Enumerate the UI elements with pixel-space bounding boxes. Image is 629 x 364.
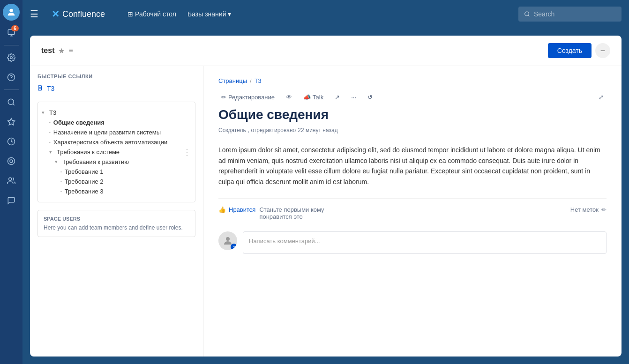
dashboard-grid-icon: ⊞ [127, 10, 133, 18]
search-input[interactable] [534, 10, 616, 18]
breadcrumb-current[interactable]: Т3 [255, 77, 262, 84]
tags-label: Нет меток [570, 206, 599, 213]
like-label: Нравится [229, 206, 255, 213]
comment-input[interactable]: Написать комментарий... [243, 231, 607, 254]
svg-point-8 [8, 158, 15, 165]
create-button[interactable]: Создать [548, 43, 592, 58]
tree-item-6[interactable]: • Требование 2 [42, 177, 191, 186]
knowledge-label: Базы знаний [187, 10, 226, 18]
tree-item-3[interactable]: ▾ Требования к системе [42, 147, 191, 157]
svg-point-0 [9, 9, 13, 12]
tree-item-0[interactable]: • Общие сведения [42, 118, 191, 127]
sidebar: БЫСТРЫЕ ССЫЛКИ Т3 ▾ Т3 • Об [30, 66, 203, 357]
meta-creator: Создатель [218, 127, 246, 134]
svg-point-4 [8, 99, 14, 104]
star-icon[interactable]: ★ [58, 46, 65, 55]
card-header-icons: ★ ≡ [58, 46, 73, 55]
blog-icon[interactable] [2, 191, 21, 210]
search-icon [524, 11, 530, 17]
quick-link-t3[interactable]: Т3 [37, 83, 195, 94]
topbar: ☰ ✕ Confluence ⊞ Рабочий стол Базы знани… [22, 0, 629, 28]
watch-button[interactable]: 👁 [283, 92, 295, 103]
spaces-icon[interactable] [2, 152, 21, 171]
content-wrapper: test ★ ≡ Создать − БЫСТРЫЕ ССЫЛКИ [22, 28, 629, 364]
tree-item-2[interactable]: • Характеристика объекта автоматизации [42, 137, 191, 147]
talk-button[interactable]: 📣 Talk [300, 92, 326, 103]
white-card: test ★ ≡ Создать − БЫСТРЫЕ ССЫЛКИ [30, 36, 622, 357]
edit-icon: ✏ [221, 94, 226, 101]
space-users-title: SPACE USERS [44, 216, 189, 222]
logo: ✕ Confluence [52, 8, 105, 20]
user-avatar[interactable] [3, 4, 20, 21]
tree-root-label: Т3 [49, 109, 56, 116]
expand-button[interactable]: ⤢ [596, 92, 607, 103]
tree-dot-6: • [60, 179, 62, 184]
edit-button[interactable]: ✏ Редактирование [218, 92, 277, 103]
collapse-button[interactable]: − [595, 43, 610, 58]
svg-point-16 [226, 237, 230, 241]
nav-dashboard[interactable]: ⊞ Рабочий стол [124, 7, 180, 21]
like-icon: 👍 [218, 206, 226, 213]
svg-point-2 [10, 57, 13, 59]
comment-section: + Написать комментарий... [218, 231, 607, 254]
quick-links-section: БЫСТРЫЕ ССЫЛКИ Т3 [37, 74, 195, 94]
tree-dot-2: • [49, 140, 51, 144]
settings-icon[interactable] [2, 48, 21, 67]
talk-icon: 📣 [303, 94, 311, 101]
page-title: Общие сведения [218, 106, 607, 123]
svg-rect-13 [38, 86, 42, 90]
tree-label-0: Общие сведения [53, 119, 105, 126]
like-button[interactable]: 👍 Нравится [218, 206, 255, 213]
quick-links-title: БЫСТРЫЕ ССЫЛКИ [37, 74, 195, 79]
tree-dot-1: • [49, 130, 51, 134]
history-button[interactable]: ↺ [365, 92, 375, 103]
search-bar[interactable] [518, 7, 622, 22]
meta-time: 22 минут назад [298, 127, 337, 134]
tree-dots-menu[interactable]: ⋮ [183, 147, 191, 157]
share-button[interactable]: ↗ [332, 92, 343, 103]
tree-dot-0: • [49, 120, 51, 125]
tree-dot-5: • [60, 170, 62, 174]
more-button[interactable]: ··· [348, 92, 359, 103]
svg-marker-6 [8, 119, 15, 125]
tree-root[interactable]: ▾ Т3 [42, 108, 191, 118]
starred-icon[interactable] [2, 112, 21, 131]
tree-item-7[interactable]: • Требование 3 [42, 186, 191, 196]
like-text: Станьте первыми кому понравится это [259, 206, 353, 220]
share-icon: ↗ [335, 94, 340, 101]
people-icon[interactable] [2, 171, 21, 190]
card-body: БЫСТРЫЕ ССЫЛКИ Т3 ▾ Т3 • Об [30, 66, 622, 357]
quick-link-label: Т3 [47, 85, 54, 92]
tree-label-3: Требования к системе [57, 149, 120, 156]
list-icon[interactable]: ≡ [68, 46, 73, 55]
meta-edited: , отредактировано [248, 127, 296, 134]
hamburger-icon[interactable]: ☰ [30, 8, 38, 20]
page-icon [37, 85, 43, 92]
nav-knowledge[interactable]: Базы знаний ▾ [184, 7, 235, 21]
notifications-icon[interactable]: 6 [2, 23, 21, 42]
dashboard-label: Рабочий стол [135, 10, 176, 18]
tags-section: Нет меток ✏ [570, 206, 607, 213]
expand-icon: ⤢ [599, 94, 604, 101]
breadcrumb-pages[interactable]: Страницы [218, 77, 247, 84]
space-users-section: SPACE USERS Here you can add team member… [37, 210, 195, 237]
page-content: Страницы / Т3 ✏ Редактирование 👁 [203, 66, 622, 357]
comment-avatar: + [218, 231, 237, 250]
tree-label-5: Требование 1 [65, 168, 104, 175]
tree-item-5[interactable]: • Требование 1 [42, 167, 191, 177]
tree-item-1[interactable]: • Назначение и цели развития системы [42, 127, 191, 137]
tree-label-2: Характеристика объекта автоматизации [53, 139, 167, 146]
right-panel: 6 [0, 0, 22, 364]
edit-tags-icon[interactable]: ✏ [601, 206, 607, 213]
tree-label-1: Назначение и цели развития системы [53, 129, 161, 136]
space-title: test [41, 46, 54, 55]
help-icon[interactable] [2, 68, 21, 87]
page-toolbar: ✏ Редактирование 👁 📣 Talk ↗ [218, 92, 607, 103]
breadcrumb: Страницы / Т3 [218, 77, 607, 84]
page-body: Lorem ipsum dolor sit amet, consectetur … [218, 145, 607, 187]
search-panel-icon[interactable] [2, 93, 21, 111]
recent-icon[interactable] [2, 132, 21, 151]
page-meta: Создатель , отредактировано 22 минут наз… [218, 127, 607, 134]
tree-collapse-3: ▾ [49, 149, 55, 155]
tree-item-4[interactable]: ▾ Требования к развитию [42, 157, 191, 167]
